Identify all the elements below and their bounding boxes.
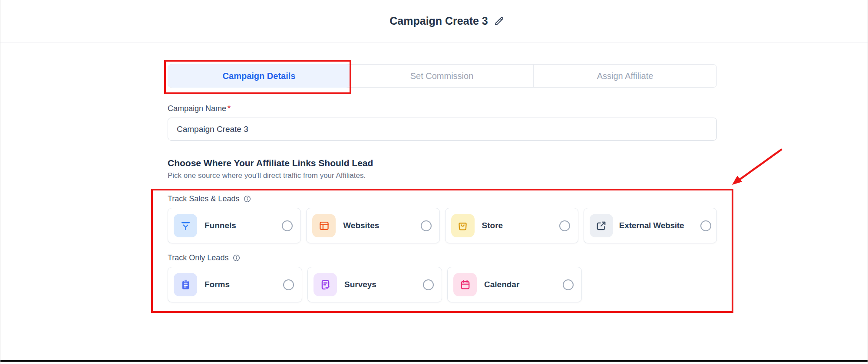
tracking-section: Track Sales & Leads Funnels bbox=[168, 194, 717, 314]
page-title: Campaign Create 3 bbox=[389, 15, 504, 27]
option-label: Forms bbox=[205, 280, 230, 289]
funnel-icon bbox=[174, 214, 197, 237]
option-card-calendar[interactable]: Calendar bbox=[447, 267, 582, 302]
option-label: External Website bbox=[619, 221, 684, 230]
edit-pencil-icon[interactable] bbox=[493, 16, 505, 27]
section-subheading: Pick one source where you'll direct traf… bbox=[168, 171, 717, 180]
group-label-track-sales-leads: Track Sales & Leads bbox=[168, 194, 717, 203]
shopping-bag-icon bbox=[451, 214, 475, 237]
info-icon[interactable] bbox=[243, 195, 251, 203]
info-icon[interactable] bbox=[232, 254, 241, 262]
option-label: Funnels bbox=[205, 221, 236, 230]
website-layout-icon bbox=[312, 214, 336, 237]
external-link-icon bbox=[590, 214, 613, 237]
campaign-name-input[interactable] bbox=[168, 118, 717, 141]
option-label: Store bbox=[482, 221, 503, 230]
tab-campaign-details[interactable]: Campaign Details bbox=[168, 64, 350, 88]
option-card-external-website[interactable]: External Website bbox=[584, 208, 717, 243]
survey-doc-icon bbox=[314, 273, 337, 296]
tab-set-commission[interactable]: Set Commission bbox=[350, 65, 533, 87]
campaign-name-label: Campaign Name* bbox=[168, 104, 717, 113]
radio-websites[interactable] bbox=[421, 220, 432, 231]
window-bottom-edge bbox=[0, 360, 868, 362]
page-title-text: Campaign Create 3 bbox=[389, 15, 488, 27]
calendar-icon bbox=[453, 273, 477, 296]
section-heading: Choose Where Your Affiliate Links Should… bbox=[168, 158, 717, 168]
radio-forms[interactable] bbox=[283, 279, 294, 290]
main-content: Campaign Details Set Commission Assign A… bbox=[168, 43, 717, 314]
page-header: Campaign Create 3 bbox=[0, 0, 868, 43]
option-card-store[interactable]: Store bbox=[445, 208, 578, 243]
clipboard-icon bbox=[174, 273, 197, 296]
annotation-arrow bbox=[721, 146, 795, 191]
track-sales-options: Funnels Websites bbox=[168, 208, 717, 243]
option-card-websites[interactable]: Websites bbox=[306, 208, 439, 243]
radio-surveys[interactable] bbox=[423, 279, 434, 290]
option-card-surveys[interactable]: Surveys bbox=[307, 267, 442, 302]
radio-funnels[interactable] bbox=[282, 220, 293, 231]
radio-store[interactable] bbox=[559, 220, 570, 231]
option-label: Websites bbox=[343, 221, 379, 230]
required-asterisk: * bbox=[228, 104, 231, 113]
tab-bar: Campaign Details Set Commission Assign A… bbox=[168, 64, 717, 88]
option-label: Surveys bbox=[344, 280, 376, 289]
option-card-forms[interactable]: Forms bbox=[168, 267, 302, 302]
option-card-funnels[interactable]: Funnels bbox=[168, 208, 301, 243]
track-leads-options: Forms Surveys bbox=[168, 267, 717, 302]
tab-assign-affiliate[interactable]: Assign Affiliate bbox=[533, 65, 716, 87]
option-label: Calendar bbox=[484, 280, 519, 289]
group-label-track-only-leads: Track Only Leads bbox=[168, 253, 717, 262]
radio-calendar[interactable] bbox=[563, 279, 574, 290]
radio-external-website[interactable] bbox=[700, 220, 711, 231]
